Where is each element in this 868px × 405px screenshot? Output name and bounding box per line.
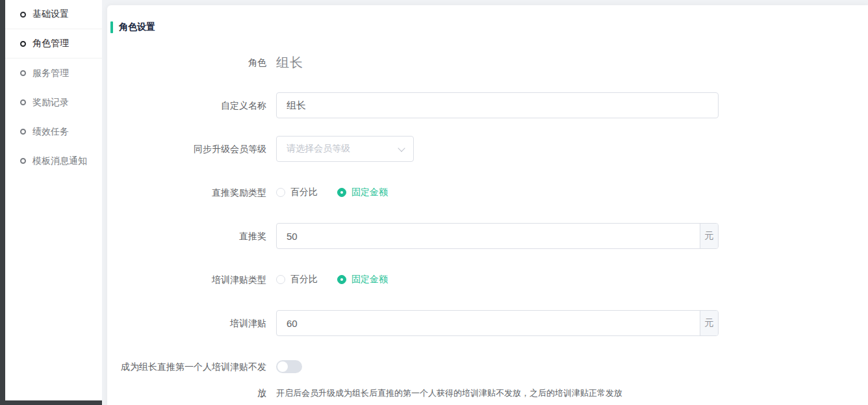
sidebar-item-label: 服务管理 <box>32 68 69 79</box>
title-accent-bar <box>110 21 113 33</box>
custom-name-input[interactable] <box>277 93 718 118</box>
toggle-knob <box>277 361 288 372</box>
member-level-select[interactable]: 请选择会员等级 <box>276 136 414 162</box>
circle-icon <box>20 99 26 105</box>
unit-yuan: 元 <box>700 311 718 335</box>
custom-name-label: 自定义名称 <box>107 92 276 118</box>
sidebar-item-service-management[interactable]: 服务管理 <box>5 59 102 88</box>
panel-title: 角色设置 <box>110 21 868 33</box>
first-person-hint: 开启后会员升级成为组长后直推的第一个人获得的培训津贴不发放，之后的培训津贴正常发… <box>276 387 719 399</box>
radio-label: 固定金额 <box>351 274 388 285</box>
circle-icon <box>20 70 26 76</box>
form-row-training-type: 培训津贴类型 百分比 固定金额 <box>107 267 868 293</box>
app-rail-bottom <box>0 400 102 405</box>
sidebar-item-performance-tasks[interactable]: 绩效任务 <box>5 117 102 146</box>
form-row-custom-name: 自定义名称 <box>107 92 868 118</box>
member-level-placeholder: 请选择会员等级 <box>287 143 350 155</box>
role-value: 组长 <box>276 49 719 75</box>
training-allowance-input-wrap: 元 <box>276 310 719 336</box>
training-allowance-label: 培训津贴 <box>107 310 276 336</box>
first-person-switch-label: 成为组长直推第一个人培训津贴不发放 <box>107 354 276 405</box>
app-rail <box>0 0 5 405</box>
sidebar-item-basic-settings[interactable]: 基础设置 <box>5 0 102 29</box>
direct-reward-input-wrap: 元 <box>276 223 719 249</box>
role-settings-panel: 角色设置 角色 组长 自定义名称 同步升级会员等级 请选择会员等级 <box>107 5 868 405</box>
form-row-first-person-switch: 成为组长直推第一个人培训津贴不发放 开启后会员升级成为组长后直推的第一个人获得的… <box>107 354 868 405</box>
custom-name-input-wrap <box>276 92 719 118</box>
sidebar-item-label: 模板消息通知 <box>32 155 87 167</box>
circle-icon <box>20 12 26 18</box>
radio-training-percentage[interactable]: 百分比 <box>276 274 318 285</box>
unit-yuan: 元 <box>700 224 718 248</box>
radio-training-fixed-amount[interactable]: 固定金额 <box>337 274 388 285</box>
training-type-label: 培训津贴类型 <box>107 267 276 293</box>
direct-reward-label: 直推奖 <box>107 223 276 249</box>
form-row-direct-reward: 直推奖 元 <box>107 223 868 249</box>
radio-direct-fixed-amount[interactable]: 固定金额 <box>337 187 388 198</box>
direct-reward-input[interactable] <box>277 224 700 248</box>
radio-direct-percentage[interactable]: 百分比 <box>276 187 318 198</box>
screen: 基础设置 角色管理 服务管理 奖励记录 绩效任务 模板消息通知 角色设置 <box>0 0 868 405</box>
radio-checked-icon <box>337 275 346 284</box>
direct-reward-type-label: 直推奖励类型 <box>107 179 276 205</box>
radio-label: 百分比 <box>290 187 318 198</box>
chevron-down-icon <box>398 144 405 151</box>
sidebar-item-role-management[interactable]: 角色管理 <box>5 29 102 59</box>
first-person-toggle[interactable] <box>276 360 302 373</box>
training-allowance-input[interactable] <box>277 311 700 335</box>
member-level-label: 同步升级会员等级 <box>107 136 276 162</box>
sidebar-item-template-message[interactable]: 模板消息通知 <box>5 146 102 176</box>
sidebar-item-label: 奖励记录 <box>32 97 69 109</box>
form-row-training-allowance: 培训津贴 元 <box>107 310 868 336</box>
radio-label: 百分比 <box>290 274 318 285</box>
radio-icon <box>276 188 285 197</box>
sidebar-item-label: 绩效任务 <box>32 126 69 138</box>
form-row-direct-reward-type: 直推奖励类型 百分比 固定金额 <box>107 179 868 205</box>
sidebar-item-reward-records[interactable]: 奖励记录 <box>5 88 102 117</box>
circle-icon <box>20 41 26 47</box>
page-title: 角色设置 <box>119 21 155 33</box>
circle-icon <box>20 158 26 164</box>
radio-label: 固定金额 <box>351 187 388 198</box>
circle-icon <box>20 129 26 135</box>
sidebar-item-label: 角色管理 <box>32 38 69 49</box>
role-label: 角色 <box>107 49 276 75</box>
radio-icon <box>276 275 285 284</box>
form-row-member-level: 同步升级会员等级 请选择会员等级 <box>107 136 868 162</box>
radio-checked-icon <box>337 188 346 197</box>
sidebar-item-label: 基础设置 <box>32 8 69 20</box>
form-row-role: 角色 组长 <box>107 49 868 75</box>
settings-sidebar: 基础设置 角色管理 服务管理 奖励记录 绩效任务 模板消息通知 <box>5 0 102 400</box>
